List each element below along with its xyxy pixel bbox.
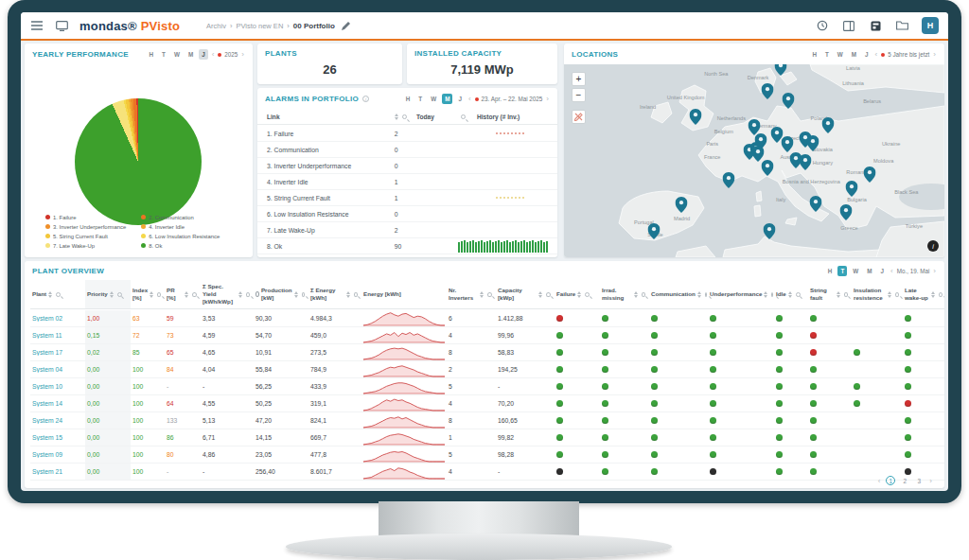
sort-icon[interactable] — [346, 291, 350, 298]
breadcrumb-item-2[interactable]: 00 Portfolio — [293, 22, 335, 30]
period-m-button[interactable]: M — [864, 266, 874, 276]
search-icon[interactable] — [461, 114, 466, 119]
period-t-button[interactable]: T — [837, 266, 847, 276]
alarm-link[interactable]: 8. Ok — [267, 243, 395, 250]
period-m-button[interactable]: M — [442, 94, 452, 104]
sort-icon[interactable] — [837, 291, 840, 298]
pagination-page-2[interactable]: 2 — [900, 476, 909, 485]
period-prev-icon[interactable]: ‹ — [874, 50, 879, 59]
map-pin[interactable] — [783, 93, 795, 109]
search-icon[interactable] — [895, 292, 899, 297]
search-icon[interactable] — [192, 292, 197, 297]
period-next-icon[interactable]: › — [932, 50, 937, 59]
period-w-button[interactable]: W — [171, 49, 183, 60]
search-icon[interactable] — [354, 292, 358, 297]
plant-name-link[interactable]: System 15 — [30, 434, 85, 441]
table-row[interactable]: System 150,00100866,7114,15669,7199,82 — [30, 429, 944, 446]
alarm-row[interactable]: 1. Failure2 — [257, 126, 557, 142]
map-pin[interactable] — [781, 136, 793, 152]
pagination-page-1[interactable]: 1 — [886, 476, 895, 485]
alarm-link[interactable]: 2. Communication — [267, 147, 395, 153]
map-pin[interactable] — [799, 154, 811, 170]
map-attribution-icon[interactable]: i — [927, 240, 939, 252]
period-next-icon[interactable]: › — [545, 95, 550, 103]
map-pin[interactable] — [675, 197, 687, 213]
map-zoom-out-button[interactable]: − — [572, 88, 586, 102]
plant-name-link[interactable]: System 14 — [30, 400, 85, 407]
sort-icon[interactable] — [110, 291, 114, 298]
info-icon[interactable]: i — [362, 96, 369, 102]
period-prev-icon[interactable]: ‹ — [211, 50, 216, 59]
alarm-row[interactable]: 7. Late Wake-Up2 — [257, 222, 557, 238]
search-icon[interactable] — [844, 292, 848, 297]
sort-icon[interactable] — [238, 291, 242, 298]
period-h-button[interactable]: H — [403, 94, 414, 104]
plant-name-link[interactable]: System 10 — [30, 383, 85, 390]
sort-icon[interactable] — [185, 291, 188, 298]
period-t-button[interactable]: T — [415, 94, 425, 104]
period-j-button[interactable]: J — [455, 94, 465, 104]
plant-name-link[interactable]: System 09 — [30, 451, 85, 458]
search-icon[interactable] — [642, 292, 645, 297]
sort-icon[interactable] — [538, 291, 542, 298]
folder-icon[interactable] — [895, 19, 908, 32]
period-h-button[interactable]: H — [147, 49, 157, 60]
sort-icon[interactable] — [931, 291, 935, 298]
search-icon[interactable] — [796, 292, 801, 297]
map-pin[interactable] — [806, 135, 819, 151]
edit-pencil-icon[interactable] — [340, 19, 353, 32]
clock-icon[interactable] — [255, 291, 259, 297]
app-logo[interactable]: mondas® PVisto — [79, 19, 180, 33]
table-row[interactable]: System 210,00100--256,408.601,74- — [30, 464, 944, 481]
alarm-row[interactable]: 6. Low Insulation Resistance0 — [257, 206, 557, 222]
sort-icon[interactable] — [634, 291, 638, 298]
alarm-row[interactable]: 4. Inverter Idle1 — [257, 174, 557, 190]
display-icon[interactable] — [55, 19, 68, 32]
search-icon[interactable] — [157, 292, 161, 297]
alarm-link[interactable]: 1. Failure — [267, 131, 395, 137]
alarm-row[interactable]: 2. Communication0 — [257, 142, 557, 158]
map-pin[interactable] — [839, 204, 852, 220]
sort-icon[interactable] — [480, 291, 484, 298]
map-pin[interactable] — [810, 196, 822, 212]
table-row[interactable]: System 110,1572734,5954,70459,0499,96 — [30, 327, 944, 344]
sort-icon[interactable] — [788, 291, 792, 298]
map-pin[interactable] — [647, 223, 660, 239]
period-w-button[interactable]: W — [428, 94, 439, 104]
alarm-row[interactable]: 3. Inverter Underperformance0 — [257, 158, 557, 174]
menu-icon[interactable] — [30, 19, 44, 32]
breadcrumb-item-0[interactable]: Archiv — [206, 22, 226, 30]
table-row[interactable]: System 090,00100804,8623,05477,8598,28 — [30, 446, 944, 464]
period-m-button[interactable]: M — [849, 49, 859, 60]
plant-name-link[interactable]: System 11 — [30, 332, 85, 339]
period-h-button[interactable]: H — [825, 266, 836, 276]
pagination-prev-icon[interactable]: ‹ — [877, 477, 882, 485]
alarm-link[interactable]: 5. String Current Fault — [267, 195, 395, 201]
period-j-button[interactable]: J — [877, 266, 887, 276]
period-prev-icon[interactable]: ‹ — [467, 95, 472, 103]
search-icon[interactable] — [705, 292, 707, 297]
table-row[interactable]: System 170,0285654,6510,91273,5858,83 — [30, 344, 944, 361]
search-icon[interactable] — [585, 292, 590, 297]
sort-icon[interactable] — [888, 291, 891, 298]
alarm-row[interactable]: 8. Ok90 — [257, 238, 557, 254]
pagination-next-icon[interactable]: › — [928, 477, 933, 485]
plant-name-link[interactable]: System 02 — [30, 315, 85, 322]
period-t-button[interactable]: T — [822, 49, 832, 60]
period-w-button[interactable]: W — [850, 266, 861, 276]
alarm-link[interactable]: 3. Inverter Underperformance — [267, 163, 395, 169]
dashboard-dark-icon[interactable] — [869, 19, 882, 32]
map-pin[interactable] — [775, 64, 787, 76]
period-t-button[interactable]: T — [159, 49, 168, 60]
period-w-button[interactable]: W — [835, 49, 846, 60]
period-h-button[interactable]: H — [809, 49, 819, 60]
map-pin[interactable] — [863, 166, 875, 183]
period-m-button[interactable]: M — [185, 49, 196, 60]
search-icon[interactable] — [56, 292, 61, 297]
map-pin[interactable] — [764, 223, 776, 239]
layout-panel-icon[interactable] — [842, 19, 855, 32]
map-pin[interactable] — [723, 172, 735, 188]
sort-icon[interactable] — [48, 291, 52, 298]
search-icon[interactable] — [487, 292, 492, 297]
table-row[interactable]: System 140,00100644,5550,25319,1470,20 — [30, 395, 944, 412]
